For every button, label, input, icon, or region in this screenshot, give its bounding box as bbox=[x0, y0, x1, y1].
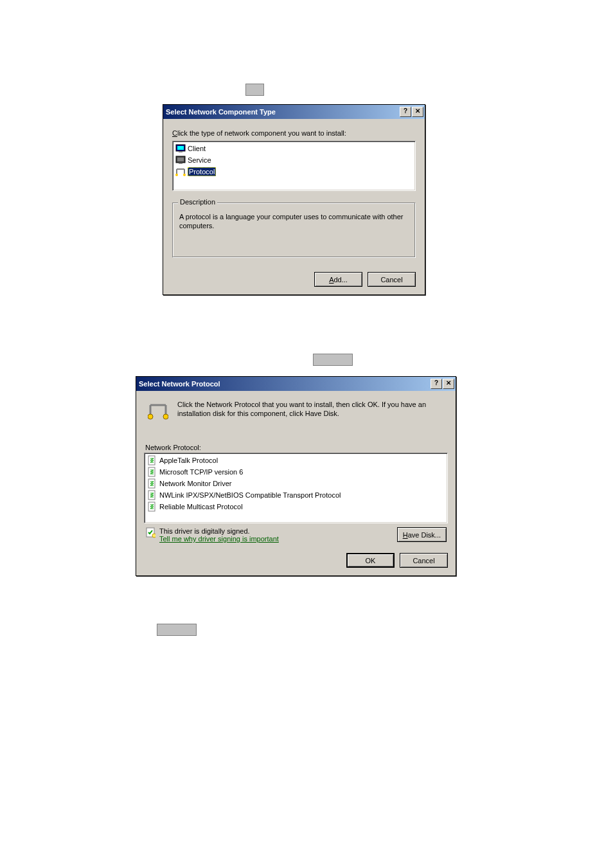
add-button[interactable]: Add... bbox=[314, 272, 362, 287]
inf-icon bbox=[147, 467, 157, 477]
protocol-list[interactable]: AppleTalk Protocol Microsoft TCP/IP vers… bbox=[144, 453, 448, 523]
inf-icon bbox=[147, 478, 157, 489]
svg-point-15 bbox=[163, 414, 168, 419]
svg-rect-1 bbox=[177, 146, 184, 150]
inf-icon bbox=[147, 455, 157, 466]
driver-signing-link[interactable]: Tell me why driver signing is important bbox=[159, 535, 279, 543]
cancel-button[interactable]: Cancel bbox=[400, 553, 448, 568]
svg-point-9 bbox=[175, 174, 178, 176]
protocol-item[interactable]: Network Monitor Driver bbox=[146, 478, 446, 489]
protocol-item-label: Network Monitor Driver bbox=[159, 480, 231, 487]
svg-rect-5 bbox=[179, 163, 182, 164]
protocol-item[interactable]: Microsoft TCP/IP version 6 bbox=[146, 466, 446, 478]
placeholder-top bbox=[245, 84, 264, 96]
placeholder-bottom bbox=[157, 624, 197, 636]
titlebar: Select Network Component Type ? ✕ bbox=[163, 105, 425, 119]
inf-icon bbox=[147, 502, 157, 512]
close-button[interactable]: ✕ bbox=[443, 379, 454, 389]
service-icon bbox=[175, 155, 186, 165]
component-item-client[interactable]: Client bbox=[174, 143, 414, 154]
protocol-item-label: AppleTalk Protocol bbox=[159, 457, 218, 464]
svg-rect-2 bbox=[179, 151, 182, 152]
close-button[interactable]: ✕ bbox=[412, 107, 423, 117]
svg-point-10 bbox=[183, 174, 186, 176]
protocol-item-label: NWLink IPX/SPX/NetBIOS Compatible Transp… bbox=[159, 491, 341, 499]
component-item-label: Client bbox=[188, 145, 206, 152]
description-text: A protocol is a language your computer u… bbox=[179, 212, 409, 230]
protocol-large-icon bbox=[148, 400, 168, 420]
component-type-list[interactable]: Client Service Protocol bbox=[172, 141, 416, 191]
svg-point-14 bbox=[148, 414, 153, 419]
help-button[interactable]: ? bbox=[400, 107, 411, 117]
description-legend: Description bbox=[178, 198, 217, 206]
component-item-label: Service bbox=[188, 156, 211, 164]
placeholder-mid bbox=[313, 354, 353, 366]
select-component-type-dialog: Select Network Component Type ? ✕ Click … bbox=[163, 104, 425, 295]
have-disk-button[interactable]: Have Disk... bbox=[397, 527, 447, 542]
svg-point-22 bbox=[152, 534, 155, 538]
protocol-item[interactable]: NWLink IPX/SPX/NetBIOS Compatible Transp… bbox=[146, 489, 446, 501]
description-group: Description A protocol is a language you… bbox=[172, 203, 416, 258]
signed-text: This driver is digitally signed. bbox=[159, 527, 279, 535]
select-network-protocol-dialog: Select Network Protocol ? ✕ Click the Ne… bbox=[136, 376, 456, 576]
list-label: Network Protocol: bbox=[145, 444, 447, 451]
protocol-item[interactable]: AppleTalk Protocol bbox=[146, 455, 446, 466]
component-item-service[interactable]: Service bbox=[174, 154, 414, 166]
signed-icon bbox=[145, 527, 155, 538]
inf-icon bbox=[147, 490, 157, 500]
dialog-title: Select Network Component Type bbox=[166, 108, 276, 116]
dialog-title: Select Network Protocol bbox=[139, 380, 220, 388]
intro-text: Click the Network Protocol that you want… bbox=[177, 400, 444, 418]
svg-rect-4 bbox=[177, 158, 184, 161]
client-icon bbox=[175, 143, 186, 154]
component-item-label: Protocol bbox=[188, 167, 216, 176]
protocol-icon bbox=[175, 167, 186, 177]
protocol-item-label: Microsoft TCP/IP version 6 bbox=[159, 468, 243, 476]
protocol-item-label: Reliable Multicast Protocol bbox=[159, 503, 243, 511]
component-item-protocol[interactable]: Protocol bbox=[174, 166, 414, 177]
titlebar: Select Network Protocol ? ✕ bbox=[136, 377, 456, 391]
protocol-item[interactable]: Reliable Multicast Protocol bbox=[146, 501, 446, 512]
ok-button[interactable]: OK bbox=[346, 553, 395, 568]
instruction-text: Click the type of network component you … bbox=[172, 129, 416, 137]
help-button[interactable]: ? bbox=[431, 379, 442, 389]
cancel-button[interactable]: Cancel bbox=[368, 272, 416, 287]
